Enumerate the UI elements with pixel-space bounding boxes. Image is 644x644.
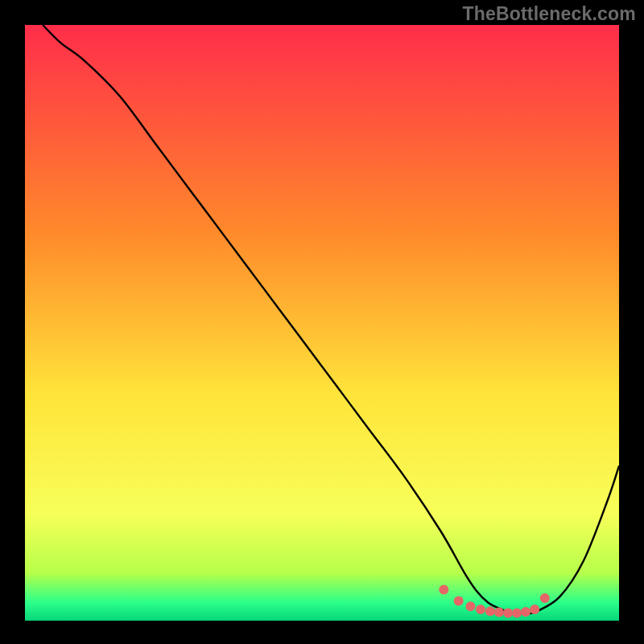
trough-dot [540, 593, 550, 603]
trough-dot [503, 608, 513, 617]
chart-stage: TheBottleneck.com [0, 0, 644, 644]
trough-dot [439, 585, 448, 595]
trough-dot [476, 605, 485, 614]
trough-dot [521, 607, 530, 617]
chart-svg [0, 0, 644, 644]
trough-dot [454, 597, 464, 606]
trough-dot [485, 606, 495, 616]
trough-dot [466, 601, 476, 611]
watermark-text: TheBottleneck.com [462, 3, 636, 25]
trough-dot [512, 608, 522, 617]
trough-dot [530, 605, 539, 614]
plot-background [25, 25, 619, 621]
trough-dot [494, 608, 504, 617]
